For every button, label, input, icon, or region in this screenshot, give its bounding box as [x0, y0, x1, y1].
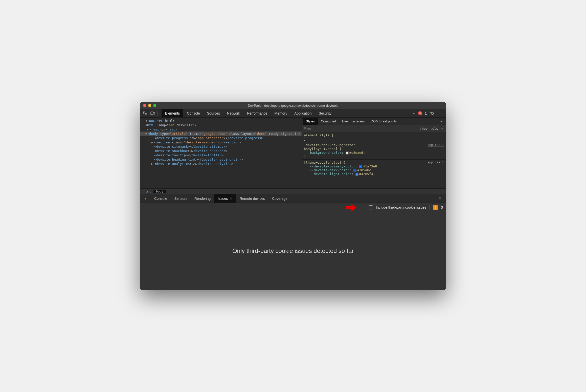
crumb-html[interactable]: html: [141, 190, 153, 193]
cls-button[interactable]: .cls: [430, 127, 438, 130]
drawer-tab-remote-devices[interactable]: Remote devices: [236, 194, 268, 203]
issues-toolbar: Include third-party cookie issues ! 0: [140, 203, 446, 212]
error-count: 1: [425, 111, 427, 115]
add-rule-icon[interactable]: ＋: [441, 126, 444, 131]
device-toggle-icon[interactable]: [150, 110, 156, 116]
styles-tab-styles[interactable]: Styles: [303, 118, 318, 125]
maximize-icon[interactable]: [153, 104, 156, 107]
tab-performance[interactable]: Performance: [243, 109, 271, 117]
elements-line[interactable]: ▶<head>…</head>: [140, 127, 302, 132]
inspect-icon[interactable]: [142, 110, 148, 116]
elements-line[interactable]: <devsite-progress id="app-progress"></de…: [140, 136, 302, 140]
elements-panel[interactable]: <!DOCTYPE html><html lang="en" dir="ltr"…: [140, 118, 302, 188]
tab-security[interactable]: Security: [315, 109, 335, 117]
drawer-tab-issues[interactable]: Issues✕: [214, 194, 236, 203]
titlebar: DevTools - developers.google.com/web/too…: [140, 102, 446, 109]
elements-line[interactable]: ⋯ ▼<body type="article" theme="google-bl…: [140, 132, 302, 136]
elements-line[interactable]: <devsite-heading-link></devsite-heading-…: [140, 157, 302, 162]
main-toolbar: ElementsConsoleSourcesNetworkPerformance…: [140, 109, 446, 118]
issues-body: Only third-party cookie issues detected …: [140, 212, 446, 290]
kebab-icon[interactable]: ⋮: [438, 110, 444, 116]
minimize-icon[interactable]: [148, 104, 151, 107]
close-issues-icon[interactable]: ✕: [230, 197, 233, 201]
drawer-tab-sensors[interactable]: Sensors: [171, 194, 191, 203]
drawer-tab-rendering[interactable]: Rendering: [191, 194, 214, 203]
style-rule[interactable]: [theme=google-blue] {app.css:1--devsite-…: [302, 160, 446, 177]
svg-rect-0: [151, 112, 153, 115]
window-title: DevTools - developers.google.com/web/too…: [140, 104, 446, 107]
style-rule[interactable]: .devsite-book-nav-bg:after,body[layout=d…: [302, 142, 446, 160]
elements-line[interactable]: <devsite-tooltip></devsite-tooltip>: [140, 153, 302, 157]
issue-count: 0: [441, 205, 443, 209]
devtools-window: DevTools - developers.google.com/web/too…: [140, 102, 446, 290]
style-rule[interactable]: element.style {}: [302, 132, 446, 142]
styles-more-icon[interactable]: »: [437, 118, 445, 125]
drawer-tab-console[interactable]: Console: [151, 194, 171, 203]
hov-button[interactable]: :hov: [420, 127, 427, 130]
breadcrumb: htmlbody: [140, 188, 446, 194]
styles-panel: StylesComputedEvent ListenersDOM Breakpo…: [302, 118, 446, 188]
styles-filter-input[interactable]: [304, 127, 417, 130]
tab-application[interactable]: Application: [291, 109, 315, 117]
styles-tab-event-listeners[interactable]: Event Listeners: [339, 118, 368, 125]
styles-tab-computed[interactable]: Computed: [318, 118, 339, 125]
gear-icon[interactable]: [429, 110, 435, 116]
elements-line[interactable]: <!DOCTYPE html>: [140, 119, 302, 123]
drawer-kebab-icon[interactable]: ⋮: [142, 196, 150, 201]
error-badge-icon[interactable]: ✕: [418, 111, 422, 115]
drawer-tab-coverage[interactable]: Coverage: [268, 194, 291, 203]
more-tabs-icon[interactable]: »: [411, 110, 417, 116]
styles-tab-dom-breakpoints[interactable]: DOM Breakpoints: [368, 118, 400, 125]
third-party-cookie-checkbox[interactable]: [369, 205, 373, 209]
tab-console[interactable]: Console: [183, 109, 203, 117]
elements-line[interactable]: ▶<section class="devsite-wrapper">…</sec…: [140, 140, 302, 144]
svg-rect-1: [153, 113, 155, 115]
elements-line[interactable]: <devsite-sitemask></devsite-sitemask>: [140, 144, 302, 149]
source-link[interactable]: app.css:1: [427, 161, 444, 164]
elements-line[interactable]: <html lang="en" dir="ltr">: [140, 123, 302, 127]
source-link[interactable]: app.css:1: [427, 143, 444, 147]
issues-message: Only third-party cookie issues detected …: [232, 247, 354, 254]
tab-network[interactable]: Network: [223, 109, 243, 117]
drawer-tabs: ⋮ ConsoleSensorsRenderingIssues✕Remote d…: [140, 194, 446, 203]
issue-badge-icon[interactable]: !: [433, 205, 438, 210]
tab-elements[interactable]: Elements: [162, 109, 183, 117]
tab-sources[interactable]: Sources: [204, 109, 223, 117]
checkbox-label: Include third-party cookie issues: [376, 205, 426, 209]
crumb-body[interactable]: body: [153, 190, 166, 193]
tab-memory[interactable]: Memory: [271, 109, 291, 117]
elements-line[interactable]: ▶<devsite-analytics>…</devsite-analytics…: [140, 162, 302, 166]
close-drawer-icon[interactable]: ✕: [436, 196, 444, 201]
close-icon[interactable]: [143, 104, 146, 107]
elements-line[interactable]: <devsite-snackbar></devsite-snackbar>: [140, 149, 302, 153]
